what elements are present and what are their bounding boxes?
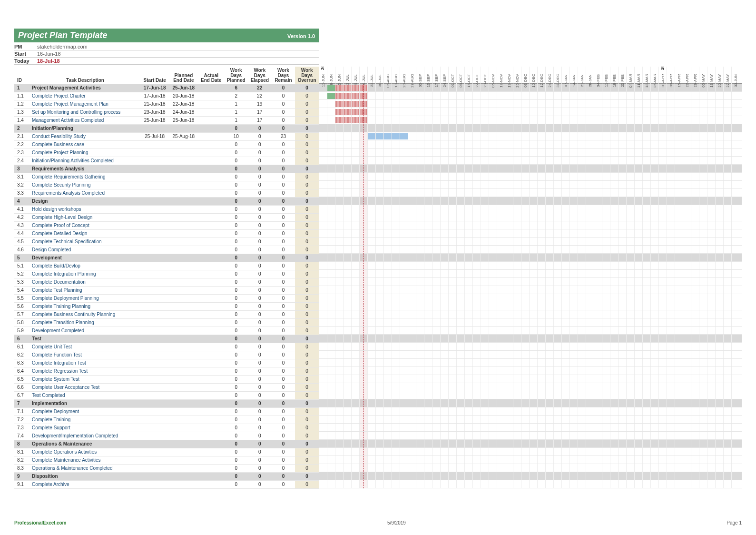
gantt-cell xyxy=(456,278,464,286)
cell-wrem: 0 xyxy=(272,100,295,108)
gantt-cell xyxy=(481,124,489,132)
gantt-cell xyxy=(343,173,351,180)
gantt-cell xyxy=(731,383,739,391)
table-row: 4.3Complete Proof of Concept0000 xyxy=(14,221,319,229)
gantt-cell xyxy=(699,92,707,99)
gantt-cell xyxy=(545,124,553,132)
gantt-cell xyxy=(489,424,497,431)
gantt-cell xyxy=(513,92,521,99)
cell-wrem: 0 xyxy=(272,278,295,286)
gantt-cell xyxy=(658,318,667,326)
gantt-cell xyxy=(408,318,416,326)
cell-pend xyxy=(169,440,198,448)
gantt-cell xyxy=(424,359,432,367)
cell-wrem: 0 xyxy=(272,213,295,221)
gantt-cell xyxy=(505,84,513,91)
gantt-cell xyxy=(569,270,578,277)
gantt-cell xyxy=(521,92,529,99)
week-header: 21-JAN xyxy=(578,67,586,84)
gantt-cell xyxy=(529,238,537,245)
gantt-cell xyxy=(440,189,448,197)
gantt-cell xyxy=(327,238,335,245)
gantt-cell xyxy=(529,448,537,456)
cell-wplan: 0 xyxy=(224,335,248,343)
gantt-cell xyxy=(529,302,537,310)
gantt-cell xyxy=(319,124,327,132)
cell-wover: 0 xyxy=(295,424,319,432)
gantt-cell xyxy=(561,92,569,99)
gantt-cell xyxy=(456,140,464,148)
gantt-cell xyxy=(667,92,675,99)
cell-wrem: 0 xyxy=(272,254,295,262)
week-header: 20-MAY xyxy=(715,67,723,84)
gantt-cell xyxy=(375,343,383,350)
gantt-cell xyxy=(642,221,650,229)
gantt-cell xyxy=(424,238,432,245)
gantt-cell xyxy=(383,327,392,334)
gantt-cell xyxy=(610,92,618,99)
gantt-cell xyxy=(456,310,464,318)
gantt-cell xyxy=(691,480,699,488)
gantt-cell xyxy=(375,407,383,415)
gantt-cell xyxy=(472,181,481,188)
gantt-cell xyxy=(400,440,408,447)
gantt-cell xyxy=(723,335,731,342)
gantt-cell xyxy=(456,335,464,342)
gantt-cell xyxy=(513,229,521,237)
gantt-cell xyxy=(319,383,327,391)
gantt-cell xyxy=(578,343,586,350)
gantt-cell xyxy=(472,229,481,237)
gantt-cell xyxy=(319,472,327,480)
gantt-cell xyxy=(440,480,448,488)
gantt-cell xyxy=(658,399,667,407)
gantt-cell xyxy=(375,464,383,472)
cell-desc: Disposition xyxy=(30,472,140,480)
gantt-cell xyxy=(400,84,408,91)
gantt-cell xyxy=(383,351,392,358)
gantt-cell xyxy=(383,472,392,480)
cell-start xyxy=(140,149,169,157)
gantt-cell xyxy=(408,278,416,286)
cell-pend xyxy=(169,262,198,270)
gantt-cell xyxy=(521,480,529,488)
gantt-cell xyxy=(602,116,610,124)
gantt-cell xyxy=(392,84,400,91)
gantt-cell xyxy=(408,327,416,334)
gantt-cell xyxy=(327,335,335,342)
gantt-cell xyxy=(634,197,642,205)
gantt-cell xyxy=(375,181,383,188)
gantt-cell xyxy=(505,246,513,253)
gantt-cell xyxy=(440,416,448,423)
gantt-cell xyxy=(569,84,578,91)
gantt-cell xyxy=(586,448,594,456)
gantt-cell xyxy=(392,448,400,456)
gantt-cell xyxy=(675,165,683,172)
gantt-cell xyxy=(351,229,359,237)
gantt-cell xyxy=(626,294,634,302)
table-row: 5.4Complete Test Planning0000 xyxy=(14,286,319,294)
gantt-row xyxy=(319,213,742,221)
gantt-cell xyxy=(319,464,327,472)
table-row: 7Implementation0000 xyxy=(14,399,319,407)
gantt-cell xyxy=(683,294,691,302)
gantt-cell xyxy=(545,246,553,253)
gantt-cell xyxy=(594,310,602,318)
gantt-cell xyxy=(699,440,707,447)
gantt-cell xyxy=(408,424,416,431)
gantt-cell xyxy=(408,286,416,294)
gantt-cell xyxy=(343,132,351,140)
cell-aend xyxy=(198,278,224,286)
cell-wplan: 0 xyxy=(224,197,248,205)
gantt-cell xyxy=(505,359,513,367)
gantt-cell xyxy=(715,197,723,205)
gantt-cell xyxy=(448,440,456,447)
cell-wover: 0 xyxy=(295,197,319,205)
gantt-cell xyxy=(667,399,675,407)
gantt-cell xyxy=(731,270,739,277)
today-label: Today xyxy=(14,58,37,64)
gantt-cell xyxy=(392,254,400,261)
cell-welap: 0 xyxy=(248,472,272,480)
cell-start xyxy=(140,407,169,416)
gantt-cell xyxy=(626,432,634,439)
gantt-cell xyxy=(440,116,448,124)
